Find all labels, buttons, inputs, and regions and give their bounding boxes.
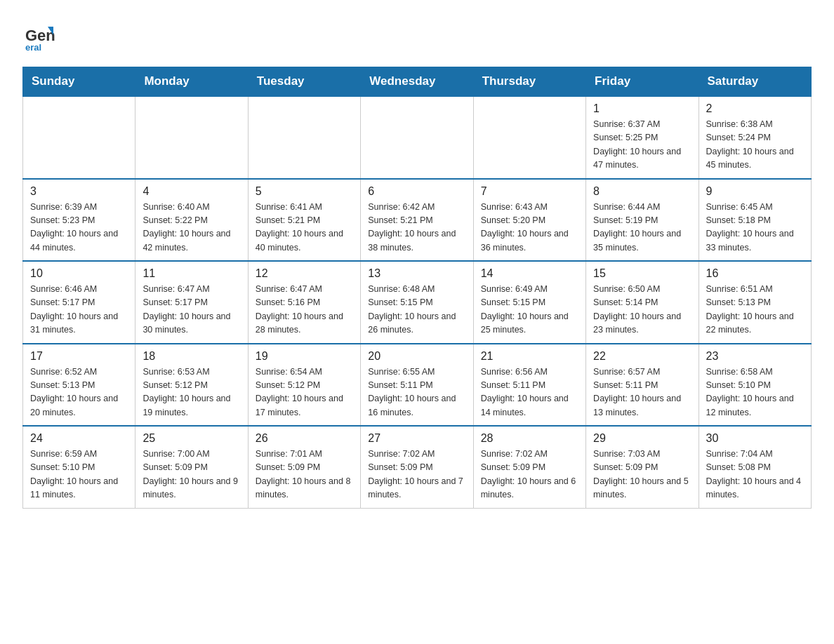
day-info: Sunrise: 6:47 AMSunset: 5:17 PMDaylight:… [143, 283, 240, 337]
day-number: 17 [30, 350, 128, 363]
day-info: Sunrise: 6:51 AMSunset: 5:13 PMDaylight:… [706, 283, 804, 337]
day-number: 12 [256, 267, 353, 280]
day-info: Sunrise: 6:44 AMSunset: 5:19 PMDaylight:… [593, 201, 691, 255]
logo: Gen eral [22, 17, 59, 58]
calendar-cell: 29Sunrise: 7:03 AMSunset: 5:09 PMDayligh… [586, 426, 699, 508]
calendar-cell: 27Sunrise: 7:02 AMSunset: 5:09 PMDayligh… [361, 426, 473, 508]
week-row-5: 24Sunrise: 6:59 AMSunset: 5:10 PMDayligh… [23, 426, 812, 508]
calendar-cell: 19Sunrise: 6:54 AMSunset: 5:12 PMDayligh… [248, 344, 360, 427]
day-number: 9 [706, 185, 804, 198]
week-row-1: 1Sunrise: 6:37 AMSunset: 5:25 PMDaylight… [23, 96, 812, 179]
week-row-3: 10Sunrise: 6:46 AMSunset: 5:17 PMDayligh… [23, 261, 812, 344]
day-info: Sunrise: 6:41 AMSunset: 5:21 PMDaylight:… [256, 201, 353, 255]
day-info: Sunrise: 6:46 AMSunset: 5:17 PMDaylight:… [30, 283, 128, 337]
calendar-cell: 28Sunrise: 7:02 AMSunset: 5:09 PMDayligh… [473, 426, 585, 508]
week-row-4: 17Sunrise: 6:52 AMSunset: 5:13 PMDayligh… [23, 344, 812, 427]
calendar-cell: 23Sunrise: 6:58 AMSunset: 5:10 PMDayligh… [699, 344, 811, 427]
day-number: 8 [593, 185, 691, 198]
day-info: Sunrise: 6:54 AMSunset: 5:12 PMDaylight:… [256, 365, 353, 420]
day-info: Sunrise: 7:02 AMSunset: 5:09 PMDaylight:… [481, 448, 578, 502]
day-number: 15 [593, 267, 691, 280]
calendar-cell: 21Sunrise: 6:56 AMSunset: 5:11 PMDayligh… [473, 344, 585, 427]
day-info: Sunrise: 6:37 AMSunset: 5:25 PMDaylight:… [593, 118, 691, 173]
day-number: 3 [30, 185, 128, 198]
day-info: Sunrise: 6:59 AMSunset: 5:10 PMDaylight:… [30, 448, 128, 502]
day-info: Sunrise: 6:57 AMSunset: 5:11 PMDaylight:… [593, 365, 691, 420]
day-info: Sunrise: 6:43 AMSunset: 5:20 PMDaylight:… [481, 201, 578, 255]
day-info: Sunrise: 6:50 AMSunset: 5:14 PMDaylight:… [593, 283, 691, 337]
calendar-cell: 11Sunrise: 6:47 AMSunset: 5:17 PMDayligh… [135, 261, 248, 344]
calendar-cell [473, 96, 585, 179]
day-info: Sunrise: 6:58 AMSunset: 5:10 PMDaylight:… [706, 365, 804, 420]
day-info: Sunrise: 7:02 AMSunset: 5:09 PMDaylight:… [368, 448, 465, 502]
day-number: 27 [368, 432, 465, 445]
day-info: Sunrise: 7:04 AMSunset: 5:08 PMDaylight:… [706, 448, 804, 502]
day-info: Sunrise: 6:48 AMSunset: 5:15 PMDaylight:… [368, 283, 465, 337]
day-info: Sunrise: 6:38 AMSunset: 5:24 PMDaylight:… [706, 118, 804, 173]
calendar-cell: 26Sunrise: 7:01 AMSunset: 5:09 PMDayligh… [248, 426, 360, 508]
day-info: Sunrise: 6:45 AMSunset: 5:18 PMDaylight:… [706, 201, 804, 255]
day-number: 23 [706, 350, 804, 363]
calendar-header-row: SundayMondayTuesdayWednesdayThursdayFrid… [23, 67, 812, 97]
column-header-wednesday: Wednesday [361, 67, 473, 97]
day-number: 21 [481, 350, 578, 363]
column-header-friday: Friday [586, 67, 699, 97]
page-header: Gen eral [22, 17, 812, 58]
day-number: 14 [481, 267, 578, 280]
day-info: Sunrise: 6:39 AMSunset: 5:23 PMDaylight:… [30, 201, 128, 255]
calendar-cell [248, 96, 360, 179]
day-info: Sunrise: 7:01 AMSunset: 5:09 PMDaylight:… [256, 448, 353, 502]
calendar-cell: 4Sunrise: 6:40 AMSunset: 5:22 PMDaylight… [135, 179, 248, 262]
day-info: Sunrise: 6:53 AMSunset: 5:12 PMDaylight:… [143, 365, 240, 420]
calendar-cell: 7Sunrise: 6:43 AMSunset: 5:20 PMDaylight… [473, 179, 585, 262]
calendar-cell: 9Sunrise: 6:45 AMSunset: 5:18 PMDaylight… [699, 179, 811, 262]
column-header-sunday: Sunday [23, 67, 135, 97]
calendar-cell: 17Sunrise: 6:52 AMSunset: 5:13 PMDayligh… [23, 344, 135, 427]
calendar-cell: 20Sunrise: 6:55 AMSunset: 5:11 PMDayligh… [361, 344, 473, 427]
day-number: 4 [143, 185, 240, 198]
calendar-cell: 12Sunrise: 6:47 AMSunset: 5:16 PMDayligh… [248, 261, 360, 344]
calendar-cell: 30Sunrise: 7:04 AMSunset: 5:08 PMDayligh… [699, 426, 811, 508]
calendar-cell: 8Sunrise: 6:44 AMSunset: 5:19 PMDaylight… [586, 179, 699, 262]
day-number: 13 [368, 267, 465, 280]
column-header-monday: Monday [135, 67, 248, 97]
day-number: 2 [706, 102, 804, 115]
calendar-cell: 22Sunrise: 6:57 AMSunset: 5:11 PMDayligh… [586, 344, 699, 427]
day-number: 18 [143, 350, 240, 363]
calendar-cell: 13Sunrise: 6:48 AMSunset: 5:15 PMDayligh… [361, 261, 473, 344]
calendar-cell: 15Sunrise: 6:50 AMSunset: 5:14 PMDayligh… [586, 261, 699, 344]
calendar-cell: 10Sunrise: 6:46 AMSunset: 5:17 PMDayligh… [23, 261, 135, 344]
day-number: 6 [368, 185, 465, 198]
day-number: 30 [706, 432, 804, 445]
day-info: Sunrise: 6:42 AMSunset: 5:21 PMDaylight:… [368, 201, 465, 255]
day-number: 1 [593, 102, 691, 115]
calendar-cell: 25Sunrise: 7:00 AMSunset: 5:09 PMDayligh… [135, 426, 248, 508]
calendar-cell: 3Sunrise: 6:39 AMSunset: 5:23 PMDaylight… [23, 179, 135, 262]
day-number: 10 [30, 267, 128, 280]
calendar-cell: 14Sunrise: 6:49 AMSunset: 5:15 PMDayligh… [473, 261, 585, 344]
calendar-cell: 24Sunrise: 6:59 AMSunset: 5:10 PMDayligh… [23, 426, 135, 508]
column-header-saturday: Saturday [699, 67, 811, 97]
day-number: 5 [256, 185, 353, 198]
week-row-2: 3Sunrise: 6:39 AMSunset: 5:23 PMDaylight… [23, 179, 812, 262]
day-number: 22 [593, 350, 691, 363]
day-number: 25 [143, 432, 240, 445]
day-info: Sunrise: 7:03 AMSunset: 5:09 PMDaylight:… [593, 448, 691, 502]
day-number: 26 [256, 432, 353, 445]
day-number: 7 [481, 185, 578, 198]
day-number: 29 [593, 432, 691, 445]
calendar-cell: 18Sunrise: 6:53 AMSunset: 5:12 PMDayligh… [135, 344, 248, 427]
day-info: Sunrise: 6:55 AMSunset: 5:11 PMDaylight:… [368, 365, 465, 420]
calendar-cell [135, 96, 248, 179]
calendar-table: SundayMondayTuesdayWednesdayThursdayFrid… [22, 67, 812, 509]
day-number: 16 [706, 267, 804, 280]
calendar-cell: 16Sunrise: 6:51 AMSunset: 5:13 PMDayligh… [699, 261, 811, 344]
logo-icon: Gen eral [22, 20, 56, 58]
calendar-cell: 5Sunrise: 6:41 AMSunset: 5:21 PMDaylight… [248, 179, 360, 262]
day-info: Sunrise: 6:40 AMSunset: 5:22 PMDaylight:… [143, 201, 240, 255]
day-number: 24 [30, 432, 128, 445]
svg-text:eral: eral [25, 42, 41, 53]
day-number: 20 [368, 350, 465, 363]
column-header-thursday: Thursday [473, 67, 585, 97]
day-info: Sunrise: 7:00 AMSunset: 5:09 PMDaylight:… [143, 448, 240, 502]
